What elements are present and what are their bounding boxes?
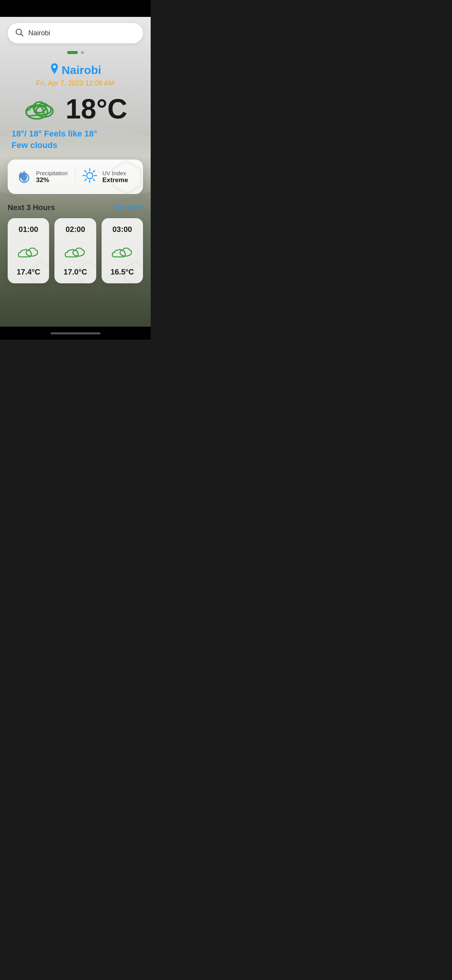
home-indicator [51, 332, 100, 334]
svg-line-16 [93, 171, 95, 172]
precipitation-icon [17, 167, 31, 186]
search-value: Nairobi [28, 29, 50, 37]
next-hours-title: Next 3 Hours [8, 203, 55, 212]
uv-label: UV Index [102, 170, 128, 176]
feels-section: 18°/ 18° Feels like 18° Few clouds [8, 129, 143, 150]
uv-info: UV Index Extreme [102, 170, 128, 184]
main-container: Nairobi Nairobi Fri, Apr 7, 2023 12:08 A… [0, 17, 151, 327]
hour-time-3: 03:00 [112, 225, 132, 234]
status-bar [0, 0, 151, 17]
precipitation-label: Precipitation [36, 170, 68, 176]
precipitation-value: 32% [36, 176, 68, 184]
see-more-link[interactable]: See More [113, 204, 143, 212]
location-name: Nairobi [62, 64, 101, 77]
temperature-display: 18°C [66, 95, 127, 123]
page-indicators [8, 51, 143, 54]
info-card: Precipitation 32% [8, 159, 143, 194]
hour-card-3: 03:00 16.5°C ⬡ [102, 218, 143, 283]
hour-card-1: 01:00 17.4°C ⬡ [8, 218, 49, 283]
search-bar[interactable]: Nairobi [8, 23, 143, 43]
date-time: Fri, Apr 7, 2023 12:08 AM [8, 79, 143, 87]
svg-line-1 [21, 34, 23, 36]
svg-point-2 [53, 66, 56, 68]
indicator-1-active [67, 51, 78, 54]
uv-value: Extreme [102, 176, 128, 184]
uv-sun-icon [82, 168, 98, 186]
weather-description: Few clouds [12, 140, 139, 150]
hour-time-1: 01:00 [19, 225, 38, 234]
hour-hex-1: ⬡ [28, 255, 49, 283]
hour-hex-2: ⬡ [75, 255, 96, 283]
info-divider [75, 167, 76, 186]
hour-cards-container: 01:00 17.4°C ⬡ 02:00 17.0°C ⬡ [8, 218, 143, 283]
next-hours-header: Next 3 Hours See More [8, 203, 143, 212]
svg-line-17 [85, 179, 86, 181]
temp-section: 18°C [8, 95, 143, 123]
location-pin-icon [49, 63, 59, 77]
cloud-icon-large [23, 97, 58, 122]
search-icon [15, 28, 24, 38]
uv-index-item: UV Index Extreme [82, 168, 134, 186]
indicator-2-inactive [81, 51, 84, 54]
precipitation-item: Precipitation 32% [17, 167, 69, 186]
hour-card-2: 02:00 17.0°C ⬡ [54, 218, 96, 283]
svg-point-9 [87, 173, 93, 179]
hour-time-2: 02:00 [66, 225, 85, 234]
location-row: Nairobi [8, 63, 143, 77]
feels-like-text: 18°/ 18° Feels like 18° [12, 129, 139, 139]
svg-line-14 [85, 171, 86, 172]
bottom-bar [0, 327, 151, 340]
location-section: Nairobi Fri, Apr 7, 2023 12:08 AM [8, 63, 143, 87]
svg-line-15 [93, 179, 95, 181]
precipitation-info: Precipitation 32% [36, 170, 68, 184]
hour-hex-3: ⬡ [122, 255, 143, 283]
